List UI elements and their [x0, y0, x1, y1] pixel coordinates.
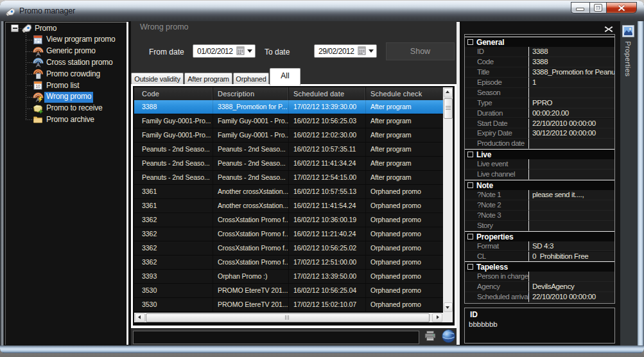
svg-text:10: 10 [35, 84, 40, 89]
